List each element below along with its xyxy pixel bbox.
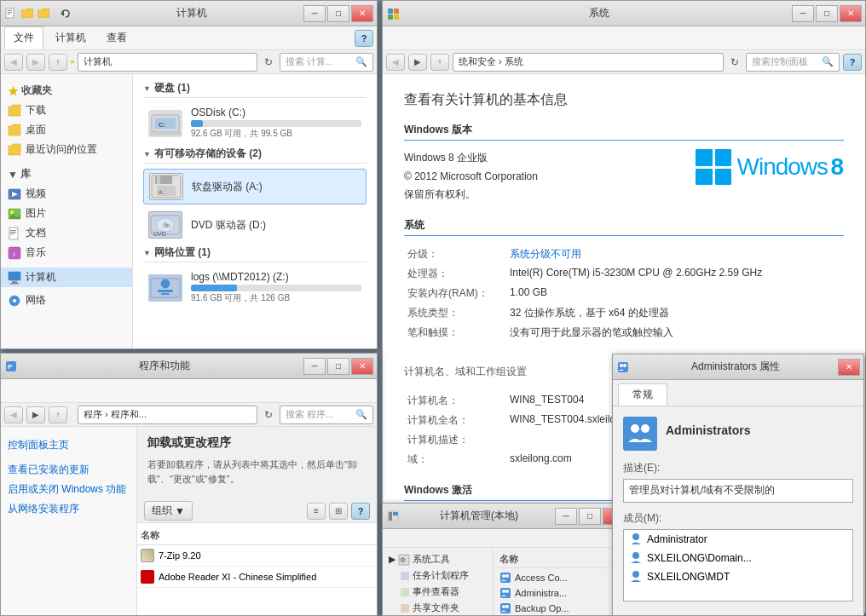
sys-refresh-btn[interactable]: ↻: [727, 54, 742, 71]
tab-view[interactable]: 查看: [98, 27, 136, 49]
back-button[interactable]: ◀: [4, 54, 23, 71]
favorites-header[interactable]: ★ 收藏夹: [1, 81, 132, 101]
sidebar-link-network[interactable]: 从网络安装程序: [8, 499, 130, 519]
sidebar-item-recent[interactable]: 最近访问的位置: [1, 140, 132, 159]
sys-address-box[interactable]: 统和安全 › 系统: [453, 53, 724, 72]
prog-search-box[interactable]: 搜索 程序... 🔍: [280, 406, 373, 424]
tab-computer[interactable]: 计算机: [47, 27, 95, 49]
admins-close-btn[interactable]: ✕: [838, 359, 860, 376]
admins-tab-general[interactable]: 常规: [618, 383, 667, 406]
sys-forward-btn[interactable]: ▶: [408, 54, 427, 71]
program-item-0[interactable]: 7-Zip 9.20: [137, 545, 377, 567]
logs-item[interactable]: logs (\\MDT2012) (Z:) 91.6 GB 可用，共 126 G…: [143, 268, 367, 308]
address-box[interactable]: 计算机: [78, 53, 257, 72]
floppy-info: 软盘驱动器 (A:): [192, 180, 361, 194]
view-btn-2[interactable]: ⊞: [329, 503, 348, 520]
prog-refresh-btn[interactable]: ↻: [261, 406, 276, 423]
win8-logo-area: Windows 8: [696, 149, 844, 185]
sidebar-link-updates[interactable]: 查看已安装的更新: [8, 460, 130, 480]
osdisk-item[interactable]: C: OSDisk (C:) 92.6 GB 可用，共 99.5 GB: [143, 103, 367, 143]
sidebar-item-picture[interactable]: 图片: [1, 204, 132, 223]
forward-button[interactable]: ▶: [26, 54, 45, 71]
sidebar-link-features[interactable]: 启用或关闭 Windows 功能: [8, 480, 130, 499]
sys-back-btn[interactable]: ◀: [386, 54, 405, 71]
prog-up-btn[interactable]: ↑: [49, 406, 67, 423]
mgmt-app-icon: [386, 509, 400, 523]
sidebar-link-home[interactable]: 控制面板主页: [8, 435, 130, 455]
win8-quad-3: [696, 169, 713, 186]
prog-close-btn[interactable]: ✕: [351, 358, 373, 375]
program-item-1[interactable]: Adobe Reader XI - Chinese Simplified: [137, 567, 377, 588]
system-specs-table: 分级： 系统分级不可用 处理器： Intel(R) Core(TM) i5-32…: [404, 245, 844, 343]
sidebar-item-computer[interactable]: 计算机: [1, 268, 132, 287]
library-header[interactable]: ▼ 库: [1, 164, 132, 184]
version-text-block: Windows 8 企业版 © 2012 Microsoft Corporati…: [404, 149, 538, 204]
share-icon: [400, 603, 410, 613]
mgmt-item-2: Backup Op...: [515, 603, 569, 613]
dvd-item[interactable]: DVDD: DVD 驱动器 (D:): [143, 208, 367, 242]
sidebar-item-video[interactable]: 视频: [1, 184, 132, 204]
triangle3-icon: ▼: [143, 249, 151, 257]
mgmt-list-item-1[interactable]: Administra...: [497, 585, 625, 601]
member-item-1[interactable]: SXLEILONG\Domain...: [624, 549, 852, 567]
close-button[interactable]: ✕: [351, 5, 373, 22]
prog-forward-btn[interactable]: ▶: [26, 406, 45, 423]
programs-app-icons: P: [4, 360, 18, 373]
prog-address-box[interactable]: 程序 › 程序和...: [78, 406, 257, 424]
sys-search-box[interactable]: 搜索控制面板 🔍: [746, 53, 840, 72]
sidebar-item-download[interactable]: 下载: [1, 101, 132, 120]
maximize-button[interactable]: □: [327, 5, 349, 22]
computer-addressbar: ◀ ▶ ↑ 计算机 ↻ 搜索 计算... 🔍: [1, 50, 377, 74]
member-item-2[interactable]: SXLEILONG\MDT: [624, 567, 852, 586]
sidebar-item-document[interactable]: 文档: [1, 223, 132, 243]
tree-item-2[interactable]: 事件查看器: [386, 584, 489, 600]
tree-item-0[interactable]: ▶ ⚙ 系统工具: [386, 551, 489, 567]
program-name-1: Adobe Reader XI - Chinese Simplified: [159, 572, 316, 582]
dvd-name: DVD 驱动器 (D:): [191, 218, 361, 233]
sys-minimize-btn[interactable]: ─: [792, 5, 814, 22]
computer-tabs: 文件 计算机 查看 ?: [1, 26, 377, 50]
tree-item-1[interactable]: 任务计划程序: [386, 567, 489, 584]
view-btn-1[interactable]: ≡: [307, 503, 326, 520]
search-box[interactable]: 搜索 计算... 🔍: [280, 53, 373, 72]
sidebar-item-desktop[interactable]: 桌面: [1, 120, 132, 140]
mgmt-list-item-0[interactable]: Access Co...: [497, 570, 625, 585]
mgmt-maximize-btn[interactable]: □: [579, 508, 601, 525]
svg-point-80: [631, 424, 639, 433]
org-button[interactable]: 组织 ▼: [144, 501, 193, 521]
event-icon: [400, 587, 410, 597]
member-item-0[interactable]: Administrator: [624, 530, 852, 549]
tree-item-3[interactable]: 共享文件夹: [386, 600, 489, 615]
osdisk-info: OSDisk (C:) 92.6 GB 可用，共 99.5 GB: [191, 107, 361, 140]
mgmt-minimize-btn[interactable]: ─: [555, 508, 577, 525]
sys-help-btn[interactable]: ?: [843, 54, 862, 71]
prog-back-btn[interactable]: ◀: [4, 406, 23, 423]
sys-maximize-btn[interactable]: □: [816, 5, 838, 22]
tool-icon: ⚙: [398, 554, 410, 566]
download-folder-icon: [8, 104, 21, 118]
address-text: 计算机: [84, 55, 112, 68]
help-button[interactable]: ?: [355, 30, 373, 47]
sys-close-btn[interactable]: ✕: [840, 5, 862, 22]
sidebar-item-network[interactable]: 网络: [1, 291, 132, 310]
network-section: ▼ 网络位置 (1): [143, 245, 367, 262]
adobe-icon: [141, 570, 154, 584]
sidebar-item-music[interactable]: ♪ 音乐: [1, 243, 132, 262]
minimize-button[interactable]: ─: [303, 5, 326, 22]
mgmt-list-item-2[interactable]: Backup Op...: [497, 601, 625, 615]
programs-title: 程序和功能: [25, 359, 303, 373]
admins-group-area: Administrators: [623, 417, 853, 451]
up-button[interactable]: ↑: [49, 54, 67, 71]
programs-help-btn[interactable]: ?: [351, 503, 370, 520]
hard-disk-section: ▼ 硬盘 (1): [143, 81, 367, 98]
document-label: 文档: [26, 226, 46, 240]
sys-up-btn[interactable]: ↑: [430, 54, 449, 71]
tab-file[interactable]: 文件: [4, 26, 43, 49]
logs-icon: [148, 274, 182, 302]
prog-maximize-btn[interactable]: □: [327, 358, 349, 375]
refresh-button[interactable]: ↻: [261, 54, 276, 71]
admins-desc-box[interactable]: 管理员对计算机/域有不受限制的: [623, 479, 853, 503]
floppy-item[interactable]: A: 软盘驱动器 (A:): [143, 169, 367, 204]
spec-link-0[interactable]: 系统分级不可用: [510, 248, 581, 260]
prog-minimize-btn[interactable]: ─: [303, 358, 326, 375]
